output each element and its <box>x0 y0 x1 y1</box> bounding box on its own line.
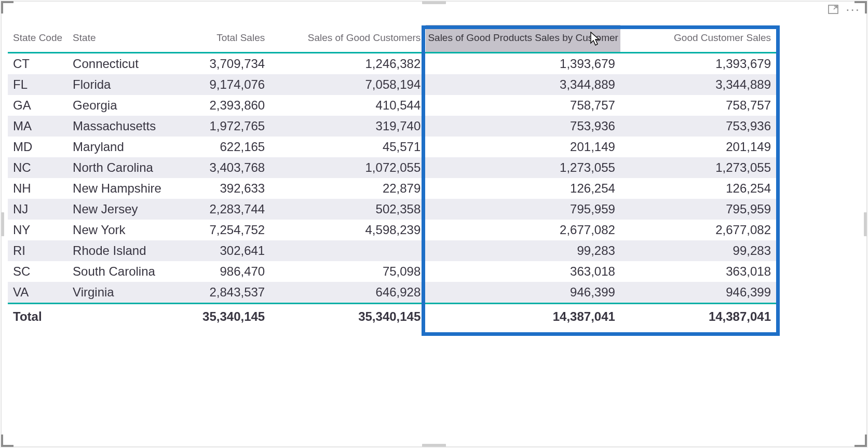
cell-state: Florida <box>67 74 182 95</box>
totals-row: Total 35,340,145 35,340,145 14,387,041 1… <box>8 304 776 331</box>
totals-good2: 14,387,041 <box>426 304 620 331</box>
resize-corner-bl[interactable] <box>1 435 13 447</box>
cell-good2: 3,344,889 <box>426 74 620 95</box>
cell-good2: 753,936 <box>426 116 620 137</box>
totals-total: 35,340,145 <box>182 304 270 331</box>
cell-good2: 1,393,679 <box>426 53 620 75</box>
resize-corner-br[interactable] <box>855 435 867 447</box>
cell-total: 2,283,744 <box>182 199 270 220</box>
cell-good1 <box>270 240 426 261</box>
cell-state: Connecticut <box>67 53 182 75</box>
cell-good2: 99,283 <box>426 240 620 261</box>
table-row[interactable]: NHNew Hampshire392,63322,879126,254126,2… <box>8 178 776 199</box>
cell-code: RI <box>8 240 67 261</box>
cell-good1: 7,058,194 <box>270 74 426 95</box>
cell-good2: 126,254 <box>426 178 620 199</box>
cell-good3: 2,677,082 <box>620 220 776 240</box>
cell-good1: 1,072,055 <box>270 157 426 178</box>
table-row[interactable]: SCSouth Carolina986,47075,098363,018363,… <box>8 261 776 282</box>
cell-state: Georgia <box>67 95 182 116</box>
cell-total: 1,972,765 <box>182 116 270 137</box>
cell-total: 2,393,860 <box>182 95 270 116</box>
totals-label: Total <box>8 304 67 331</box>
totals-good1: 35,340,145 <box>270 304 426 331</box>
cell-state: Massachusetts <box>67 116 182 137</box>
table-header-row: State CodeStateTotal SalesSales of Good … <box>8 25 776 53</box>
column-header-state[interactable]: State <box>67 25 182 53</box>
cell-good1: 646,928 <box>270 282 426 304</box>
cell-total: 392,633 <box>182 178 270 199</box>
cell-good2: 758,757 <box>426 95 620 116</box>
cell-good3: 1,273,055 <box>620 157 776 178</box>
cell-state: Virginia <box>67 282 182 304</box>
svg-line-1 <box>834 6 837 9</box>
cell-good3: 946,399 <box>620 282 776 304</box>
cell-code: NY <box>8 220 67 240</box>
resize-corner-tl[interactable] <box>1 1 13 13</box>
totals-good3: 14,387,041 <box>620 304 776 331</box>
cell-total: 2,843,537 <box>182 282 270 304</box>
cell-good3: 126,254 <box>620 178 776 199</box>
data-table: State CodeStateTotal SalesSales of Good … <box>8 25 776 330</box>
cell-good1: 4,598,239 <box>270 220 426 240</box>
table-row[interactable]: RIRhode Island302,64199,28399,283 <box>8 240 776 261</box>
resize-handle-left[interactable] <box>1 212 4 236</box>
cell-code: MD <box>8 137 67 157</box>
cell-good1: 45,571 <box>270 137 426 157</box>
cell-good3: 363,018 <box>620 261 776 282</box>
visual-header-icons: ··· <box>828 5 860 14</box>
cell-good1: 319,740 <box>270 116 426 137</box>
table-row[interactable]: CTConnecticut3,709,7341,246,3821,393,679… <box>8 53 776 75</box>
cell-total: 3,709,734 <box>182 53 270 75</box>
table-row[interactable]: NYNew York7,254,7524,598,2392,677,0822,6… <box>8 220 776 240</box>
cell-code: MA <box>8 116 67 137</box>
cell-code: GA <box>8 95 67 116</box>
cell-state: South Carolina <box>67 261 182 282</box>
cell-state: Maryland <box>67 137 182 157</box>
table-row[interactable]: NJNew Jersey2,283,744502,358795,959795,9… <box>8 199 776 220</box>
column-header-good3[interactable]: Good Customer Sales <box>620 25 776 53</box>
cell-total: 9,174,076 <box>182 74 270 95</box>
cell-code: CT <box>8 53 67 75</box>
cell-code: NH <box>8 178 67 199</box>
cell-state: New York <box>67 220 182 240</box>
cell-total: 986,470 <box>182 261 270 282</box>
cell-good1: 75,098 <box>270 261 426 282</box>
cell-good3: 1,393,679 <box>620 53 776 75</box>
cell-total: 302,641 <box>182 240 270 261</box>
focus-mode-icon[interactable] <box>828 5 838 14</box>
column-header-good1[interactable]: Sales of Good Customers <box>270 25 426 53</box>
cell-good2: 201,149 <box>426 137 620 157</box>
table-row[interactable]: NCNorth Carolina3,403,7681,072,0551,273,… <box>8 157 776 178</box>
column-header-good2[interactable]: Sales of Good Products Sales by Customer <box>426 25 620 53</box>
cell-good2: 946,399 <box>426 282 620 304</box>
cell-good1: 410,544 <box>270 95 426 116</box>
resize-handle-bottom[interactable] <box>422 444 446 447</box>
cell-good2: 363,018 <box>426 261 620 282</box>
totals-state-blank <box>67 304 182 331</box>
table-visual[interactable]: ··· State CodeStateTotal SalesSales of G… <box>1 1 867 447</box>
cell-good1: 502,358 <box>270 199 426 220</box>
cell-good2: 1,273,055 <box>426 157 620 178</box>
cell-total: 7,254,752 <box>182 220 270 240</box>
resize-handle-top[interactable] <box>422 1 446 4</box>
table-row[interactable]: MAMassachusetts1,972,765319,740753,93675… <box>8 116 776 137</box>
cell-good3: 3,344,889 <box>620 74 776 95</box>
cell-state: New Hampshire <box>67 178 182 199</box>
cell-state: North Carolina <box>67 157 182 178</box>
table-row[interactable]: GAGeorgia2,393,860410,544758,757758,757 <box>8 95 776 116</box>
table-row[interactable]: MDMaryland622,16545,571201,149201,149 <box>8 137 776 157</box>
table-row[interactable]: VAVirginia2,843,537646,928946,399946,399 <box>8 282 776 304</box>
cell-total: 622,165 <box>182 137 270 157</box>
column-header-total[interactable]: Total Sales <box>182 25 270 53</box>
more-options-icon[interactable]: ··· <box>846 6 860 13</box>
cell-good3: 795,959 <box>620 199 776 220</box>
table-row[interactable]: FLFlorida9,174,0767,058,1943,344,8893,34… <box>8 74 776 95</box>
cell-good3: 99,283 <box>620 240 776 261</box>
cell-code: NJ <box>8 199 67 220</box>
column-header-state_code[interactable]: State Code <box>8 25 67 53</box>
cell-good3: 758,757 <box>620 95 776 116</box>
resize-handle-right[interactable] <box>864 212 867 236</box>
cell-good2: 795,959 <box>426 199 620 220</box>
cell-code: VA <box>8 282 67 304</box>
